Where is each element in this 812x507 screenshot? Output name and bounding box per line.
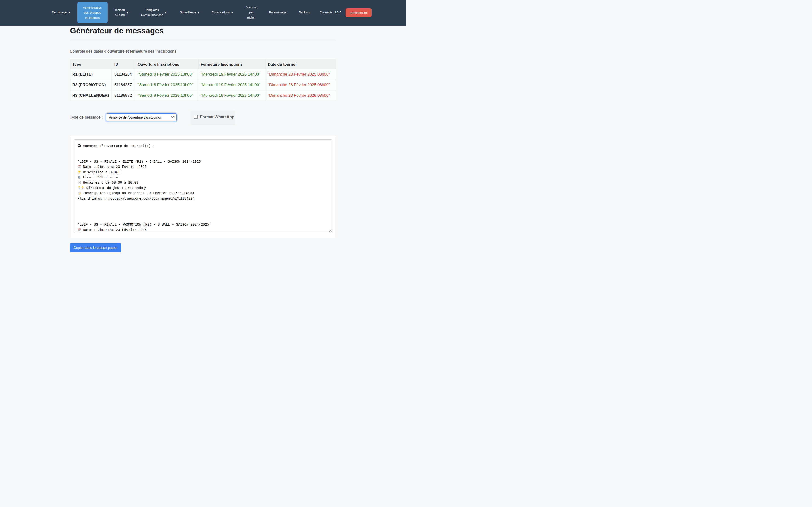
svg-text:8: 8: [79, 145, 80, 146]
svg-text:17: 17: [79, 230, 80, 231]
svg-text:17: 17: [79, 167, 80, 168]
